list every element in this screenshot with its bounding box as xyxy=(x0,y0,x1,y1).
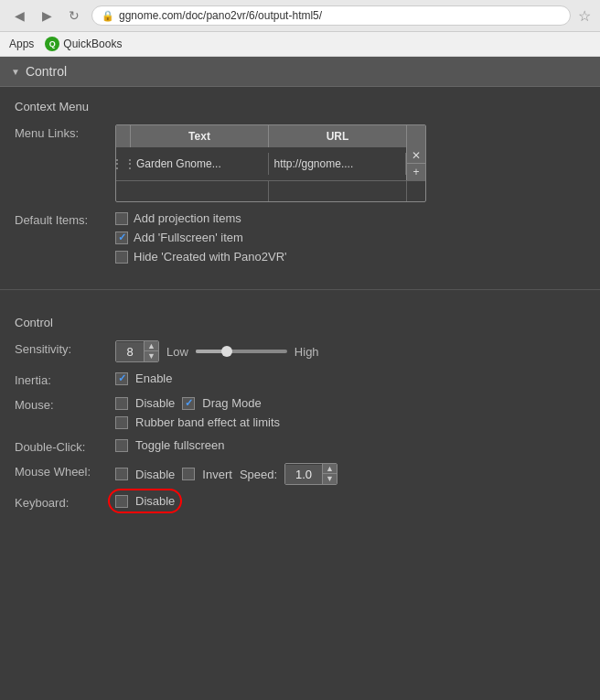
mouse-disable-label: Disable xyxy=(135,396,175,410)
keyboard-label: Keyboard: xyxy=(15,494,115,510)
default-items-row: Default Items: Add projection items ✓ Ad… xyxy=(15,211,585,264)
sensitivity-input[interactable] xyxy=(116,342,144,361)
mouse-options-row: Disable ✓ Drag Mode xyxy=(115,396,585,410)
keyboard-options: Disable xyxy=(115,494,175,508)
section-header[interactable]: ▼ Control xyxy=(0,57,600,87)
col-text-header: Text xyxy=(131,125,269,147)
add-projection-checkbox[interactable] xyxy=(115,212,128,225)
menu-links-row: Menu Links: Text URL ⋮⋮ Garden Gnome... … xyxy=(15,124,585,202)
row1-url-cell[interactable]: http://ggnome.... xyxy=(269,153,407,175)
menu-links-content: Text URL ⋮⋮ Garden Gnome... http://ggnom… xyxy=(115,124,585,202)
sensitivity-input-group: ▲ ▼ xyxy=(115,340,159,362)
control-title: Control xyxy=(15,316,585,329)
mouse-label: Mouse: xyxy=(15,396,115,412)
col-url-header: URL xyxy=(269,125,407,147)
empty-url-cell[interactable] xyxy=(269,181,407,201)
mousewheel-row: Mouse Wheel: Disable Invert Speed: ▲ ▼ xyxy=(15,463,585,485)
quickbooks-icon: Q xyxy=(45,37,59,51)
sensitivity-down-button[interactable]: ▼ xyxy=(144,351,158,361)
checkmark-icon: ✓ xyxy=(118,372,126,384)
inertia-enable-label: Enable xyxy=(135,372,172,385)
panel-divider xyxy=(0,289,600,290)
inertia-content: ✓ Enable xyxy=(115,372,172,385)
checkmark-icon: ✓ xyxy=(118,232,126,243)
dblclick-row: Double-Click: Toggle fullscreen xyxy=(15,438,585,454)
row1-text-cell[interactable]: Garden Gnome... xyxy=(131,153,269,175)
table-actions: ✕ + xyxy=(406,147,425,180)
sensitivity-label: Sensitivity: xyxy=(15,340,115,356)
dblclick-checkbox[interactable] xyxy=(115,439,128,452)
sensitivity-spinners: ▲ ▼ xyxy=(144,341,158,361)
mw-invert-label: Invert xyxy=(202,468,232,481)
add-fullscreen-row: ✓ Add 'Fullscreen' item xyxy=(115,231,585,244)
bookmark-star-icon[interactable]: ☆ xyxy=(578,7,591,25)
mouse-content: Disable ✓ Drag Mode Rubber band effect a… xyxy=(115,396,585,429)
hide-created-row: Hide 'Created with Pano2VR' xyxy=(115,250,585,264)
refresh-button[interactable]: ↻ xyxy=(64,5,84,26)
collapse-icon: ▼ xyxy=(11,67,20,77)
url-text: ggnome.com/doc/pano2vr/6/output-html5/ xyxy=(119,9,322,22)
context-menu-panel: Context Menu Menu Links: Text URL ⋮⋮ G xyxy=(0,87,600,285)
dblclick-label: Double-Click: xyxy=(15,438,115,454)
high-label: High xyxy=(295,345,319,359)
sensitivity-up-button[interactable]: ▲ xyxy=(144,341,158,351)
mw-speed-spinners: ▲ ▼ xyxy=(322,464,337,484)
remove-row-button[interactable]: ✕ xyxy=(407,147,425,164)
sensitivity-row: Sensitivity: ▲ ▼ Low High xyxy=(15,340,585,362)
mw-speed-up-button[interactable]: ▲ xyxy=(322,464,337,474)
back-button[interactable]: ◀ xyxy=(9,5,29,26)
mw-speed-input[interactable] xyxy=(285,465,322,484)
dblclick-toggle-label: Toggle fullscreen xyxy=(135,438,225,452)
section-title: Control xyxy=(26,64,67,79)
apps-bookmark[interactable]: Apps xyxy=(9,38,34,50)
menu-links-table: Text URL ⋮⋮ Garden Gnome... http://ggnom… xyxy=(115,124,426,202)
slider-thumb[interactable] xyxy=(221,346,232,357)
drag-handle-icon[interactable]: ⋮⋮ xyxy=(116,153,131,175)
bookmarks-bar: Apps Q QuickBooks xyxy=(0,32,600,57)
context-menu-title: Context Menu xyxy=(15,100,585,113)
table-row: ⋮⋮ Garden Gnome... http://ggnome.... ✕ + xyxy=(116,147,425,181)
quickbooks-bookmark[interactable]: Q QuickBooks xyxy=(45,37,122,51)
mw-invert-checkbox[interactable] xyxy=(182,468,195,480)
mousewheel-content: Disable Invert Speed: ▲ ▼ xyxy=(115,463,338,485)
kb-disable-checkbox[interactable] xyxy=(115,495,128,508)
sensitivity-content: ▲ ▼ Low High xyxy=(115,340,319,362)
forward-button[interactable]: ▶ xyxy=(37,5,57,26)
mouse-row: Mouse: Disable ✓ Drag Mode Rubber band e… xyxy=(15,396,585,429)
default-items-content: Add projection items ✓ Add 'Fullscreen' … xyxy=(115,211,585,264)
mouse-disable-checkbox[interactable] xyxy=(115,397,128,410)
lock-icon: 🔒 xyxy=(102,10,114,22)
add-projection-row: Add projection items xyxy=(115,211,585,225)
table-empty-row xyxy=(116,181,425,201)
inertia-enable-checkbox[interactable]: ✓ xyxy=(115,372,128,385)
add-row-button[interactable]: + xyxy=(407,164,425,180)
keyboard-content: Disable xyxy=(115,494,175,508)
add-fullscreen-checkbox[interactable]: ✓ xyxy=(115,232,128,244)
browser-toolbar: ◀ ▶ ↻ 🔒 ggnome.com/doc/pano2vr/6/output-… xyxy=(0,0,600,32)
mw-disable-label: Disable xyxy=(135,468,175,481)
page-content: ▼ Control Context Menu Menu Links: Text … xyxy=(0,57,600,700)
inertia-row: Inertia: ✓ Enable xyxy=(15,372,585,387)
hide-created-checkbox[interactable] xyxy=(115,251,128,264)
mw-disable-checkbox[interactable] xyxy=(115,468,128,480)
kb-disable-label: Disable xyxy=(135,494,175,508)
drag-handle-empty xyxy=(116,188,131,195)
add-projection-label: Add projection items xyxy=(134,211,241,225)
mw-speed-input-group: ▲ ▼ xyxy=(284,463,338,485)
keyboard-row: Keyboard: Disable xyxy=(15,494,585,510)
slider-fill xyxy=(196,350,223,353)
mouse-drag-checkbox[interactable]: ✓ xyxy=(182,397,195,410)
menu-links-label: Menu Links: xyxy=(15,124,115,140)
empty-text-cell[interactable] xyxy=(131,181,269,201)
mw-speed-down-button[interactable]: ▼ xyxy=(322,474,337,484)
add-fullscreen-label: Add 'Fullscreen' item xyxy=(134,231,243,244)
sensitivity-slider[interactable] xyxy=(196,350,287,353)
rubber-band-checkbox[interactable] xyxy=(115,416,128,429)
quickbooks-label: QuickBooks xyxy=(63,38,122,50)
rubber-band-label: Rubber band effect at limits xyxy=(135,415,280,429)
rubber-band-row: Rubber band effect at limits xyxy=(115,415,585,429)
hide-created-label: Hide 'Created with Pano2VR' xyxy=(134,250,287,264)
address-bar[interactable]: 🔒 ggnome.com/doc/pano2vr/6/output-html5/ xyxy=(91,5,571,26)
control-panel: Control Sensitivity: ▲ ▼ Low High xyxy=(0,303,600,532)
dblclick-content: Toggle fullscreen xyxy=(115,438,225,452)
